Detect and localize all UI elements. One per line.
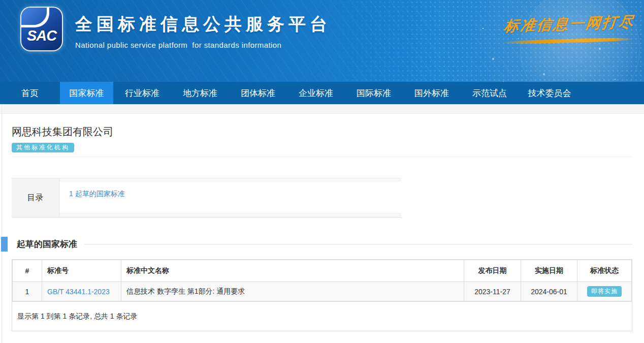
cell-publish-date: 2023-11-27 (464, 282, 521, 301)
main-nav: 首页 国家标准 行业标准 地方标准 团体标准 企业标准 国际标准 国外标准 示范… (0, 82, 644, 104)
col-header-index: # (13, 260, 42, 282)
sac-logo[interactable]: SAC (20, 7, 63, 51)
toc-panel: 目录 1 起草的国家标准 (12, 178, 401, 217)
nav-item-international-standards[interactable]: 国际标准 (345, 82, 403, 104)
page-content: 网思科技集团有限公司 其他标准化机构 目录 1 起草的国家标准 起草的国家标准 … (0, 125, 644, 331)
section-marker (1, 237, 8, 252)
nav-item-group-standards[interactable]: 团体标准 (229, 82, 287, 104)
cell-chinese-name: 信息技术 数字孪生 第1部分: 通用要求 (121, 282, 464, 301)
cell-status: 即将实施 (577, 282, 632, 301)
site-title-block: 全国标准信息公共服务平台 National public service pla… (75, 13, 331, 49)
col-header-publish-date: 发布日期 (464, 260, 521, 282)
nav-item-enterprise-standards[interactable]: 企业标准 (287, 82, 345, 104)
cell-standard-no: GB/T 43441.1-2023 (42, 282, 121, 301)
cell-implement-date: 2024-06-01 (521, 282, 577, 301)
cell-index: 1 (13, 282, 42, 301)
toc-label: 目录 (12, 178, 59, 217)
nav-item-industry-standards[interactable]: 行业标准 (113, 82, 171, 104)
divider (12, 157, 632, 157)
status-badge: 即将实施 (587, 286, 622, 297)
sparkle-dots (482, 28, 484, 29)
col-header-standard-no: 标准号 (42, 260, 121, 282)
site-title: 全国标准信息公共服务平台 (75, 13, 331, 36)
logo-text: SAC (21, 27, 62, 44)
col-header-status: 标准状态 (577, 260, 632, 282)
nav-item-technical-committee[interactable]: 技术委员会 (519, 82, 581, 104)
organization-type-badge: 其他标准化机构 (12, 143, 74, 152)
toc-strip-bottom (59, 213, 401, 217)
nav-item-pilot-demo[interactable]: 示范试点 (461, 82, 519, 104)
slogan-brush-stroke (504, 38, 631, 45)
nav-item-home[interactable]: 首页 (0, 82, 60, 104)
site-subtitle: National public service platform for sta… (75, 41, 331, 49)
table-header-row: # 标准号 标准中文名称 发布日期 实施日期 标准状态 (13, 260, 632, 282)
standards-table-container: # 标准号 标准中文名称 发布日期 实施日期 标准状态 1 GB/T 43441… (12, 259, 632, 331)
col-header-implement-date: 实施日期 (521, 260, 577, 282)
globe-graphic (520, 0, 640, 82)
nav-item-foreign-standards[interactable]: 国外标准 (403, 82, 461, 104)
organization-name: 网思科技集团有限公司 (12, 125, 632, 139)
logo-swoosh (20, 7, 47, 25)
table-row: 1 GB/T 43441.1-2023 信息技术 数字孪生 第1部分: 通用要求… (13, 282, 632, 301)
nav-item-local-standards[interactable]: 地方标准 (171, 82, 229, 104)
records-summary: 显示第 1 到第 1 条记录, 总共 1 条记录 (12, 301, 632, 331)
toc-links: 1 起草的国家标准 (59, 181, 401, 213)
toc-body: 1 起草的国家标准 (59, 178, 401, 217)
section-title-rule (84, 244, 632, 244)
standards-table: # 标准号 标准中文名称 发布日期 实施日期 标准状态 1 GB/T 43441… (12, 260, 632, 301)
standard-number-link[interactable]: GB/T 43441.1-2023 (47, 288, 110, 296)
section-title: 起草的国家标准 (12, 238, 77, 250)
toc-link-drafted-standards[interactable]: 1 起草的国家标准 (69, 190, 125, 198)
slogan-text: 标准信息一网打尽 (503, 12, 630, 37)
nav-item-national-standards[interactable]: 国家标准 (60, 82, 113, 104)
section-header: 起草的国家标准 (12, 237, 632, 252)
slogan-calligraphy: 标准信息一网打尽 (504, 14, 629, 43)
col-header-chinese-name: 标准中文名称 (121, 260, 464, 282)
site-banner: SAC 全国标准信息公共服务平台 National public service… (0, 0, 644, 82)
sub-nav-strip (0, 104, 644, 114)
